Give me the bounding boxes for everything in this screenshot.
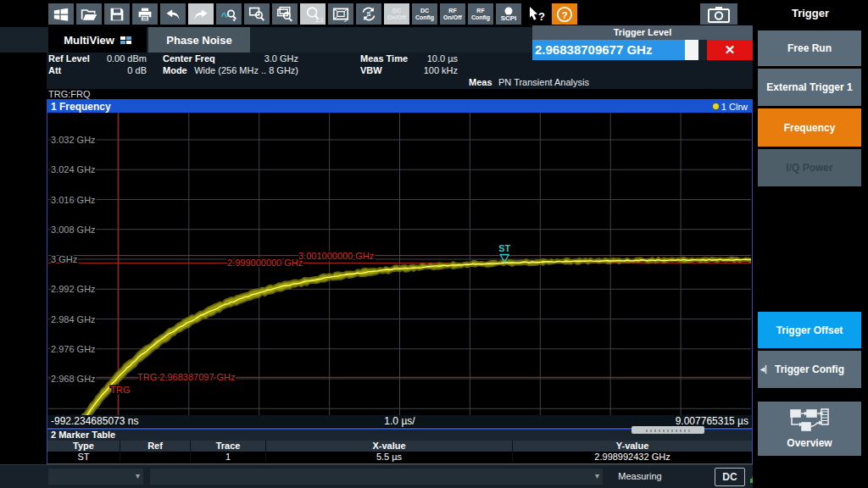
svg-text:ST: ST xyxy=(498,243,510,253)
center-freq-label: Center Freq xyxy=(163,53,215,64)
trigger-level-dialog-title: Trigger Level xyxy=(532,25,753,40)
softkey-frequency[interactable]: Frequency xyxy=(758,108,861,147)
refresh-single-icon[interactable]: S xyxy=(356,3,381,25)
svg-text:TRG: TRG xyxy=(110,385,130,395)
softkey-overview[interactable]: Overview xyxy=(758,402,861,456)
status-bar: ▾ ▾ Measuring DC 2022-07-28 11:29:04 xyxy=(0,464,868,488)
svg-text:2.992 GHz: 2.992 GHz xyxy=(51,284,96,294)
frequency-window: 1 Frequency 1 Clrw 3.032 GHz3.024 GHz3.0… xyxy=(47,99,753,429)
frequency-window-titlebar[interactable]: 1 Frequency 1 Clrw xyxy=(47,100,752,113)
marker-table-header: Type Ref Trace X-value Y-value xyxy=(47,441,752,452)
trigger-level-dialog: Trigger Level 2.96838709677 GHz ✕ xyxy=(532,25,753,60)
screenshot-camera-button[interactable] xyxy=(700,3,737,25)
softkey-free-run[interactable]: Free Run xyxy=(758,30,861,66)
scpi-recorder-button[interactable]: SCPI xyxy=(496,3,521,25)
svg-text:3.008 GHz: 3.008 GHz xyxy=(51,225,96,235)
time-axis: -992.234685073 ns 1.0 µs/ 9.007765315 µs xyxy=(47,415,752,427)
open-file-icon[interactable] xyxy=(76,3,102,25)
overview-flowchart-icon xyxy=(790,408,829,434)
svg-text:3.016 GHz: 3.016 GHz xyxy=(51,195,96,205)
display-frame-icon[interactable] xyxy=(328,3,353,25)
svg-text:3 GHz: 3 GHz xyxy=(51,254,77,264)
undo-icon[interactable] xyxy=(160,3,186,25)
windows-icon[interactable] xyxy=(48,3,74,25)
rf-onoff-button[interactable]: RF On/Off xyxy=(440,3,465,25)
chevron-down-icon: ▾ xyxy=(136,471,140,480)
col-trace: Trace xyxy=(191,441,266,452)
meas-label: Meas xyxy=(469,77,492,88)
tab-phase-noise[interactable]: Phase Noise xyxy=(148,27,250,53)
meas-value[interactable]: PN Transient Analysis xyxy=(498,77,589,88)
dc-config-button[interactable]: DC Config xyxy=(412,3,437,25)
ref-level-value[interactable]: 0.00 dBm xyxy=(81,53,147,64)
vbw-value[interactable]: 100 kHz xyxy=(411,65,458,76)
multiview-grid-icon xyxy=(120,36,131,44)
frequency-plot[interactable]: 3.032 GHz3.024 GHz3.016 GHz3.008 GHz3 GH… xyxy=(48,113,751,415)
meas-time-label: Meas Time xyxy=(360,53,408,64)
dialog-close-button[interactable]: ✕ xyxy=(707,40,753,60)
trace-color-dot-icon xyxy=(713,103,719,109)
svg-text:3.024 GHz: 3.024 GHz xyxy=(51,164,96,175)
zoom-icon[interactable] xyxy=(244,3,270,25)
svg-text:2.984 GHz: 2.984 GHz xyxy=(51,314,96,324)
time-axis-stop: 9.007765315 µs xyxy=(676,415,748,427)
tab-phase-noise-label: Phase Noise xyxy=(166,34,231,47)
trigger-level-input[interactable]: 2.96838709677 GHz xyxy=(532,40,698,60)
svg-text:?: ? xyxy=(561,8,567,20)
col-yvalue: Y-value xyxy=(513,441,752,452)
collapse-left-icon: ◂| xyxy=(760,363,767,375)
status-dropdown-left[interactable]: ▾ xyxy=(48,469,143,485)
att-value[interactable]: 0 dB xyxy=(81,65,147,76)
dc-onoff-button: DC On/Off xyxy=(384,3,409,25)
tab-multiview-label: MultiView xyxy=(64,34,114,47)
svg-text:3.001000000 GHz: 3.001000000 GHz xyxy=(298,251,374,261)
redo-icon xyxy=(188,3,214,25)
softkey-menu-title: Trigger xyxy=(753,7,868,19)
context-help-pointer-icon[interactable]: ? xyxy=(524,3,549,25)
multi-zoom-icon[interactable] xyxy=(272,3,298,25)
softkey-external-trigger-1[interactable]: External Trigger 1 xyxy=(758,69,861,106)
rf-config-button[interactable]: RF Config xyxy=(468,3,493,25)
svg-text:2.999000000 GHz: 2.999000000 GHz xyxy=(227,258,303,268)
tab-multiview[interactable]: MultiView xyxy=(48,27,147,53)
col-xvalue: X-value xyxy=(266,441,513,452)
status-dropdown-message[interactable]: ▾ xyxy=(150,469,603,485)
marker-table-row[interactable]: ST 1 5.5 µs 2.998992432 GHz xyxy=(47,452,752,463)
svg-text:2.968 GHz: 2.968 GHz xyxy=(51,374,96,384)
softkey-panel: Trigger Free Run External Trigger 1 Freq… xyxy=(753,0,868,488)
mode-value[interactable]: Wide (256 MHz .. 8 GHz) xyxy=(182,65,298,76)
att-label: Att xyxy=(48,65,61,76)
meas-time-value[interactable]: 10.0 µs xyxy=(411,53,458,64)
softkey-trigger-offset[interactable]: Trigger Offset xyxy=(758,312,861,348)
one-to-one-zoom-icon: 1:1 xyxy=(300,3,326,25)
help-icon[interactable]: ? xyxy=(552,3,577,25)
col-type: Type xyxy=(47,441,120,452)
frequency-window-title: 1 Frequency xyxy=(47,101,111,113)
instrument-screen: 1:1 S DC On/Off DC Config RF On/Off RF C… xyxy=(0,0,868,488)
window-splitter-grip[interactable] xyxy=(632,426,704,434)
zoom-trace-icon[interactable] xyxy=(216,3,242,25)
marker-table-window: 2 Marker Table Type Ref Trace X-value Y-… xyxy=(47,429,753,464)
svg-text:2.976 GHz: 2.976 GHz xyxy=(51,344,96,354)
softkey-iq-power: I/Q Power xyxy=(758,149,861,186)
svg-text:S: S xyxy=(367,10,371,18)
svg-text:3.032 GHz: 3.032 GHz xyxy=(51,135,96,145)
dc-indicator-button[interactable]: DC xyxy=(715,468,745,486)
toolbar: 1:1 S DC On/Off DC Config RF On/Off RF C… xyxy=(0,0,753,27)
trigger-source-indicator: TRG:FRQ xyxy=(48,89,91,99)
svg-text:?: ? xyxy=(538,10,545,23)
trigger-level-selected-text: 2.96838709677 GHz xyxy=(532,40,685,60)
center-freq-value[interactable]: 3.0 GHz xyxy=(216,53,298,64)
print-icon[interactable] xyxy=(132,3,158,25)
measuring-status: Measuring xyxy=(593,471,687,481)
col-ref: Ref xyxy=(120,441,191,452)
vbw-label: VBW xyxy=(360,65,382,76)
save-icon[interactable] xyxy=(104,3,130,25)
softkey-trigger-config[interactable]: ◂| Trigger Config xyxy=(758,351,861,388)
svg-text:TRG 2.968387097 GHz: TRG 2.968387097 GHz xyxy=(137,372,236,382)
time-axis-scale: 1.0 µs/ xyxy=(47,415,752,427)
trace-badge: 1 Clrw xyxy=(713,100,748,113)
